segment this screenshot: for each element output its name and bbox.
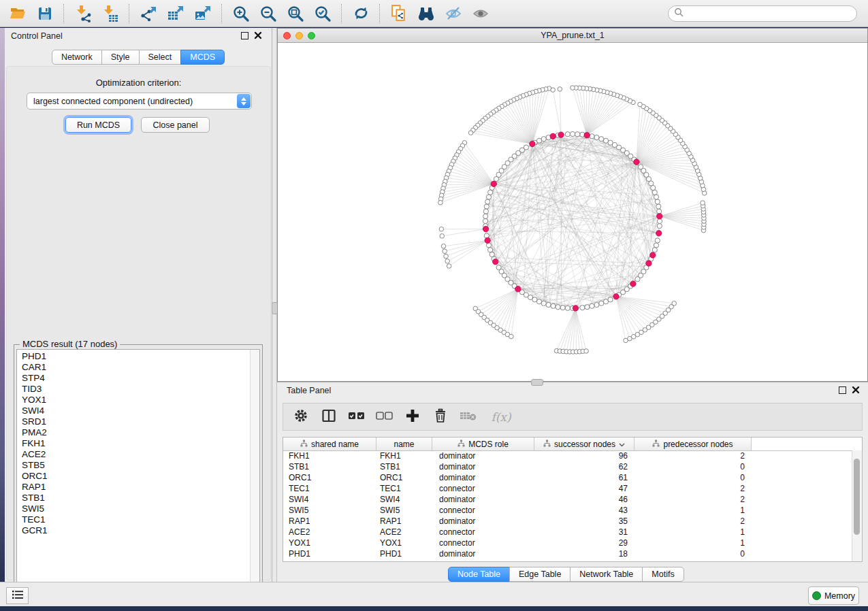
function-builder-button[interactable]: f(x): [487, 408, 515, 426]
mcds-node-item[interactable]: SWI4: [17, 406, 250, 416]
table-cell: STB1: [376, 462, 432, 472]
plus-icon: [405, 408, 420, 426]
table-row[interactable]: SWI5SWI5connector431: [283, 505, 852, 516]
mcds-list-scrollbar[interactable]: [250, 350, 259, 590]
table-row[interactable]: ORC1ORC1dominator610: [283, 472, 852, 483]
export-image-button[interactable]: [189, 2, 216, 25]
mcds-node-item[interactable]: ORC1: [17, 471, 250, 482]
mcds-node-item[interactable]: SWI5: [17, 503, 250, 514]
tab-select[interactable]: Select: [139, 50, 182, 65]
mcds-node-item[interactable]: STB1: [17, 493, 250, 503]
float-panel-icon[interactable]: [241, 32, 248, 39]
optimization-criterion-select[interactable]: largest connected component (undirected): [27, 93, 252, 110]
table-cell: ACE2: [376, 527, 432, 537]
column-header-predecessor-nodes[interactable]: predecessor nodes: [634, 437, 752, 450]
close-panel-button[interactable]: Close panel: [141, 117, 210, 133]
tab-mcds[interactable]: MCDS: [180, 50, 225, 65]
copy-network-button[interactable]: [385, 2, 413, 25]
table-row[interactable]: YOX1YOX1connector291: [283, 538, 852, 548]
mcds-node-item[interactable]: CAR1: [17, 362, 250, 373]
save-floppy-icon: [37, 5, 53, 22]
status-bar: Memory: [0, 582, 868, 606]
table-settings-button[interactable]: [292, 408, 310, 426]
show-all-button[interactable]: [467, 2, 494, 25]
tab-style[interactable]: Style: [101, 50, 140, 65]
column-header-successor-nodes[interactable]: successor nodes: [534, 437, 634, 450]
table-scrollbar-thumb[interactable]: [854, 459, 860, 535]
delete-row-button[interactable]: [432, 408, 449, 426]
column-header-name[interactable]: name: [376, 437, 432, 450]
table-cell: 2: [634, 516, 752, 526]
mcds-node-item[interactable]: RAP1: [17, 482, 250, 493]
float-panel-icon[interactable]: [839, 386, 846, 394]
memory-button[interactable]: Memory: [808, 587, 859, 605]
table-row[interactable]: TEC1TEC1connector472: [283, 483, 852, 494]
export-table-button[interactable]: [162, 2, 189, 25]
mcds-node-item[interactable]: SRD1: [17, 416, 250, 427]
tab-edge-table[interactable]: Edge Table: [509, 567, 570, 582]
mcds-node-item[interactable]: STP4: [17, 373, 250, 384]
mcds-node-item[interactable]: TID3: [17, 384, 250, 395]
refresh-button[interactable]: [347, 2, 374, 25]
tab-node-table[interactable]: Node Table: [448, 567, 510, 582]
import-table-button[interactable]: [97, 2, 124, 25]
save-session-button[interactable]: [31, 2, 59, 25]
network-window-titlebar[interactable]: YPA_prune.txt_1: [278, 29, 867, 43]
run-mcds-button[interactable]: Run MCDS: [65, 117, 131, 133]
zoom-fit-button[interactable]: [282, 2, 309, 25]
table-row[interactable]: RAP1RAP1dominator352: [283, 516, 852, 527]
table-cell: 35: [534, 516, 634, 526]
import-table-icon: [101, 5, 119, 22]
mcds-node-item[interactable]: YOX1: [17, 395, 250, 406]
search-input[interactable]: [684, 8, 856, 19]
mcds-node-item[interactable]: STB5: [17, 460, 250, 471]
zoom-selected-button[interactable]: [309, 2, 336, 25]
find-binoculars-button[interactable]: [413, 2, 440, 25]
network-canvas[interactable]: [278, 43, 867, 381]
add-row-button[interactable]: [404, 408, 421, 426]
table-scrollbar[interactable]: [852, 450, 862, 561]
show-columns-button[interactable]: [320, 408, 338, 426]
export-network-button[interactable]: [135, 2, 162, 25]
table-row[interactable]: SWI4SWI4dominator462: [283, 494, 852, 505]
tab-motifs[interactable]: Motifs: [642, 567, 684, 582]
mcds-result-list: PHD1CAR1STP4TID3YOX1SWI4SRD1PMA2FKH1ACE2…: [17, 351, 250, 590]
task-history-button[interactable]: [6, 587, 29, 604]
close-panel-icon[interactable]: [852, 386, 860, 394]
mcds-node-item[interactable]: ACE2: [17, 449, 250, 460]
table-row[interactable]: STB1STB1dominator620: [283, 461, 852, 472]
unchecked-boxes-icon: [376, 410, 393, 424]
horizontal-splitter-handle[interactable]: [531, 379, 543, 386]
select-all-button[interactable]: [348, 408, 366, 426]
network-graph[interactable]: [278, 43, 867, 381]
mcds-node-item[interactable]: GCR1: [17, 525, 250, 536]
main-toolbar: [0, 0, 868, 27]
zoom-in-button[interactable]: [227, 2, 255, 25]
hide-selected-button[interactable]: [440, 2, 467, 25]
eye-slash-icon: [444, 5, 463, 22]
mcds-node-item[interactable]: TEC1: [17, 514, 250, 525]
mcds-node-item[interactable]: FKH1: [17, 438, 250, 449]
open-file-button[interactable]: [4, 2, 31, 25]
search-box[interactable]: [668, 5, 857, 22]
table-row[interactable]: PHD1PHD1dominator180: [283, 548, 852, 559]
delete-table-button[interactable]: [460, 408, 477, 426]
table-row[interactable]: FKH1FKH1dominator962: [283, 450, 852, 461]
table-cell: 1: [634, 538, 752, 548]
mcds-node-item[interactable]: PMA2: [17, 427, 250, 438]
close-panel-icon[interactable]: [254, 31, 262, 39]
tab-network-table[interactable]: Network Table: [570, 567, 643, 582]
table-panel-titlebar: Table Panel: [277, 382, 868, 399]
zoom-out-button[interactable]: [255, 2, 282, 25]
table-cell: dominator: [432, 451, 534, 461]
control-panel: Control Panel Network Style Select MCDS …: [5, 28, 272, 582]
table-row[interactable]: ACE2ACE2connector311: [283, 527, 852, 538]
tab-network[interactable]: Network: [52, 50, 102, 65]
column-label: successor nodes: [554, 440, 615, 449]
table-cell: 31: [534, 527, 634, 537]
column-header-shared-name[interactable]: shared name: [283, 437, 376, 450]
import-network-button[interactable]: [69, 2, 97, 25]
column-header-mcds-role[interactable]: MCDS role: [432, 437, 534, 450]
mcds-node-item[interactable]: PHD1: [17, 351, 250, 362]
deselect-all-button[interactable]: [376, 408, 393, 426]
